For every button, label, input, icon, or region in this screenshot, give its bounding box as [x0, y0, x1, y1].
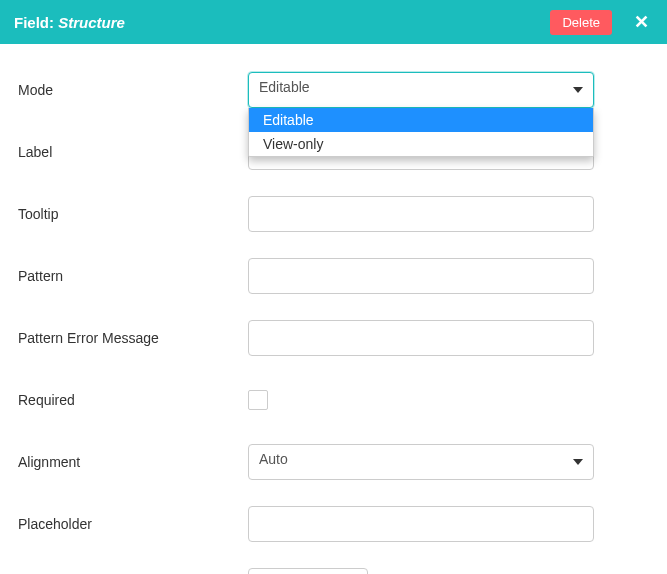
dialog-header: Field: Structure Delete ✕: [0, 0, 667, 44]
form-scroll-area[interactable]: Mode Editable Editable View-only Label T…: [0, 44, 667, 574]
row-mode: Mode Editable Editable View-only: [18, 72, 649, 108]
label-mode: Mode: [18, 82, 248, 98]
element-css-input[interactable]: [248, 568, 368, 574]
header-actions: Delete ✕: [550, 10, 653, 35]
pattern-control-wrap: [248, 258, 594, 294]
mode-option-viewonly[interactable]: View-only: [249, 132, 593, 156]
row-required: Required: [18, 382, 649, 418]
row-tooltip: Tooltip: [18, 196, 649, 232]
element-css-control-wrap: [248, 568, 594, 574]
label-required: Required: [18, 392, 248, 408]
alignment-select[interactable]: Auto: [248, 444, 594, 480]
tooltip-control-wrap: [248, 196, 594, 232]
placeholder-input[interactable]: [248, 506, 594, 542]
label-pattern: Pattern: [18, 268, 248, 284]
mode-option-editable[interactable]: Editable: [249, 108, 593, 132]
alignment-control-wrap: Auto: [248, 444, 594, 480]
tooltip-input[interactable]: [248, 196, 594, 232]
pattern-error-input[interactable]: [248, 320, 594, 356]
label-alignment: Alignment: [18, 454, 248, 470]
label-label: Label: [18, 144, 248, 160]
row-alignment: Alignment Auto: [18, 444, 649, 480]
title-value: Structure: [58, 14, 125, 31]
row-pattern: Pattern: [18, 258, 649, 294]
placeholder-control-wrap: [248, 506, 594, 542]
label-placeholder: Placeholder: [18, 516, 248, 532]
required-checkbox[interactable]: [248, 390, 268, 410]
mode-control-wrap: Editable Editable View-only: [248, 72, 594, 108]
label-pattern-error: Pattern Error Message: [18, 330, 248, 346]
row-pattern-error: Pattern Error Message: [18, 320, 649, 356]
mode-dropdown: Editable View-only: [248, 108, 594, 157]
close-icon[interactable]: ✕: [630, 11, 653, 33]
required-control-wrap: [248, 390, 594, 410]
title-prefix: Field:: [14, 14, 58, 31]
pattern-error-control-wrap: [248, 320, 594, 356]
mode-select[interactable]: Editable: [248, 72, 594, 108]
row-placeholder: Placeholder: [18, 506, 649, 542]
dialog-title: Field: Structure: [14, 14, 125, 31]
label-tooltip: Tooltip: [18, 206, 248, 222]
row-element-css: Element CSS: [18, 568, 649, 574]
pattern-input[interactable]: [248, 258, 594, 294]
delete-button[interactable]: Delete: [550, 10, 612, 35]
